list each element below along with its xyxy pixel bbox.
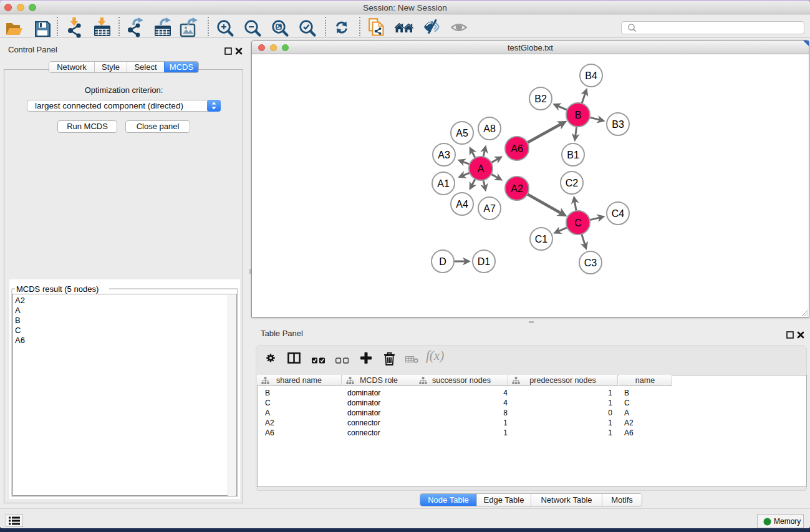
svg-text:D1: D1 <box>478 256 491 267</box>
svg-text:A7: A7 <box>483 203 496 214</box>
svg-text:B2: B2 <box>534 94 547 104</box>
svg-text:A: A <box>478 163 485 174</box>
svg-text:B: B <box>575 110 582 120</box>
svg-text:A3: A3 <box>438 150 450 160</box>
svg-text:B4: B4 <box>585 70 597 81</box>
svg-text:A6: A6 <box>511 143 523 154</box>
svg-text:B3: B3 <box>612 119 624 130</box>
svg-text:A4: A4 <box>456 199 468 210</box>
svg-text:A2: A2 <box>511 183 523 194</box>
svg-text:C2: C2 <box>566 178 579 188</box>
svg-text:C3: C3 <box>584 258 597 268</box>
svg-text:C4: C4 <box>612 208 625 219</box>
svg-text:C: C <box>574 218 582 228</box>
svg-text:B1: B1 <box>567 150 579 160</box>
svg-text:D: D <box>439 256 446 267</box>
svg-text:A1: A1 <box>437 178 450 189</box>
svg-text:A8: A8 <box>483 123 496 134</box>
svg-text:C1: C1 <box>535 234 548 244</box>
svg-text:A5: A5 <box>456 128 468 138</box>
